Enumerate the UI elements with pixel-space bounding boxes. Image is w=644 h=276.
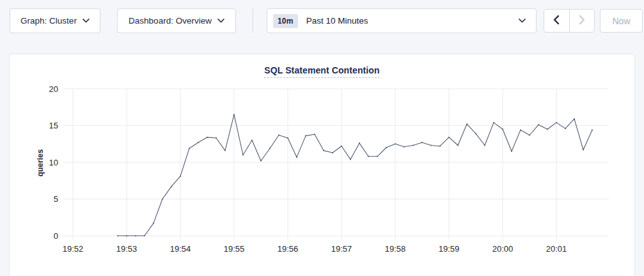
- svg-text:19:53: 19:53: [116, 244, 137, 254]
- toolbar-divider: [253, 8, 253, 33]
- next-interval-button[interactable]: [570, 10, 595, 32]
- dashboard-dropdown-label: Dashboard: Overview: [129, 16, 212, 26]
- graph-dropdown-label: Graph: Cluster: [20, 16, 77, 26]
- time-range-label: Past 10 Minutes: [306, 16, 519, 26]
- svg-text:19:52: 19:52: [63, 244, 84, 254]
- svg-text:19:59: 19:59: [439, 244, 460, 254]
- chart-panel: SQL Statement Contention queries 0510152…: [9, 54, 635, 276]
- chevron-down-icon: [519, 19, 526, 23]
- chevron-down-icon: [82, 19, 90, 23]
- top-toolbar: Graph: Cluster Dashboard: Overview 10m P…: [0, 0, 644, 54]
- chevron-right-icon: [578, 15, 586, 27]
- svg-text:19:57: 19:57: [331, 244, 352, 254]
- chevron-left-icon: [553, 15, 560, 27]
- time-range-badge: 10m: [273, 14, 298, 28]
- sql-contention-line-chart[interactable]: 0510152019:5219:5319:5419:5519:5619:5719…: [10, 54, 636, 276]
- previous-interval-button[interactable]: [544, 10, 570, 32]
- svg-text:5: 5: [54, 194, 58, 204]
- svg-text:19:58: 19:58: [385, 244, 406, 254]
- dashboard-dropdown[interactable]: Dashboard: Overview: [117, 8, 236, 33]
- svg-text:0: 0: [54, 231, 58, 241]
- svg-text:20:00: 20:00: [492, 244, 514, 254]
- time-nav-group: [544, 9, 595, 33]
- time-range-dropdown[interactable]: 10m Past 10 Minutes: [267, 8, 537, 33]
- svg-text:20: 20: [49, 84, 58, 94]
- chevron-down-icon: [217, 19, 224, 23]
- svg-text:20:01: 20:01: [546, 244, 567, 254]
- svg-text:19:56: 19:56: [278, 244, 299, 254]
- svg-text:19:54: 19:54: [170, 244, 191, 254]
- svg-text:10: 10: [49, 158, 58, 167]
- svg-text:15: 15: [49, 121, 58, 130]
- now-button[interactable]: Now: [600, 9, 643, 33]
- now-button-label: Now: [612, 16, 630, 26]
- graph-dropdown[interactable]: Graph: Cluster: [10, 8, 100, 33]
- svg-text:19:55: 19:55: [224, 244, 245, 254]
